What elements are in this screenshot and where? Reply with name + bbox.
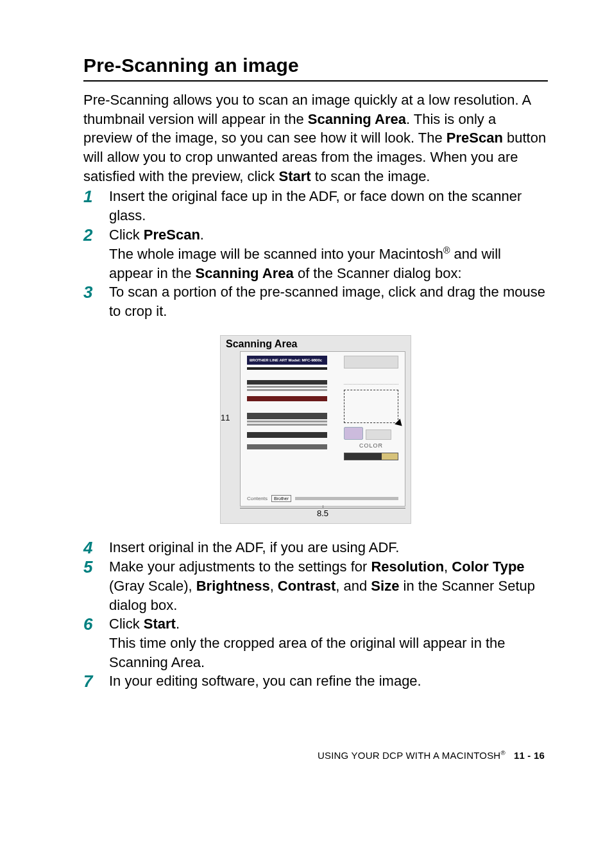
text: This time only the cropped area of the o… (109, 635, 506, 670)
step-number: 7 (83, 672, 109, 691)
satellite-icon (366, 430, 391, 440)
preview-doc-band (247, 444, 327, 449)
step-3: 3 To scan a portion of the pre-scanned i… (83, 282, 548, 320)
brightness-label: Brightness (196, 578, 270, 594)
contents-value: Brother (271, 495, 291, 502)
step-list: 1 Insert the original face up in the ADF… (83, 187, 548, 320)
y-axis-value: 11 (221, 413, 230, 422)
scanning-area-label: Scanning Area (196, 265, 294, 281)
text: Click (109, 616, 144, 632)
step-body: Make your adjustments to the settings fo… (109, 557, 548, 614)
preview-doc-band (247, 380, 327, 385)
intro-start: Start (278, 168, 310, 184)
contents-label: Contents (247, 496, 268, 501)
step-5: 5 Make your adjustments to the settings … (83, 557, 548, 614)
scanning-area-panel: Scanning Area 11 BROTHER LINE ART Model:… (220, 335, 411, 524)
preview-doc-line (247, 367, 327, 370)
step-body: Click PreScan. The whole image will be s… (109, 225, 548, 282)
preview-doc-band (247, 413, 327, 419)
text: . (176, 616, 180, 632)
contrast-label: Contrast (278, 578, 336, 594)
step-2: 2 Click PreScan. The whole image will be… (83, 225, 548, 282)
intro-paragraph: Pre-Scanning allows you to scan an image… (83, 91, 548, 186)
printer-icon (344, 427, 363, 440)
page-footer: USING YOUR DCP WITH A MACINTOSH® 11 - 16 (83, 749, 548, 761)
step-body: To scan a portion of the pre-scanned ima… (109, 282, 548, 320)
page-number: 11 - 16 (514, 750, 545, 761)
text: (Gray Scale), (109, 578, 196, 594)
size-label: Size (371, 578, 399, 594)
text: , (444, 559, 452, 575)
crop-selection[interactable] (344, 390, 398, 423)
step-body: In your editing software, you can refine… (109, 672, 548, 691)
preview-document-left: BROTHER LINE ART Model: MFC-9800c (247, 356, 327, 451)
text: , (270, 578, 278, 594)
step-list-continued: 4 Insert original in the ADF, if you are… (83, 538, 548, 691)
text: of the Scanner dialog box: (294, 265, 462, 281)
step-number: 5 (83, 557, 109, 577)
preview-doc-band (247, 432, 327, 438)
step-number: 2 (83, 225, 109, 245)
step-1: 1 Insert the original face up in the ADF… (83, 187, 548, 225)
registered-mark: ® (443, 245, 450, 256)
color-label: COLOR (344, 442, 398, 449)
section-heading: Pre-Scanning an image (83, 55, 548, 76)
preview-fax-illustration (344, 356, 398, 369)
step-7: 7 In your editing software, you can refi… (83, 672, 548, 691)
footer-chapter: USING YOUR DCP WITH A MACINTOSH (318, 750, 500, 761)
step-number: 6 (83, 614, 109, 634)
figure-wrapper: Scanning Area 11 BROTHER LINE ART Model:… (83, 335, 548, 524)
preview-canvas[interactable]: BROTHER LINE ART Model: MFC-9800c (240, 351, 405, 507)
text: The whole image will be scanned into you… (109, 246, 443, 262)
color-bars (344, 453, 398, 460)
step-body: Insert original in the ADF, if you are u… (109, 538, 548, 557)
x-axis-value: 8.5 (240, 508, 405, 518)
step-body: Click Start. This time only the cropped … (109, 614, 548, 672)
heading-rule (83, 80, 548, 82)
step-6: 6 Click Start. This time only the croppe… (83, 614, 548, 672)
step-number: 1 (83, 187, 109, 207)
start-label: Start (144, 616, 176, 632)
prescan-label: PreScan (144, 227, 200, 243)
preview-doc-heading: BROTHER LINE ART Model: MFC-9800c (247, 356, 327, 365)
intro-text: to scan the image. (311, 168, 430, 184)
scanning-area-title: Scanning Area (226, 338, 405, 350)
text: , and (336, 578, 371, 594)
preview-handwriting (344, 371, 398, 385)
step-number: 4 (83, 538, 109, 558)
preview-doc-band (247, 424, 327, 426)
registered-mark: ® (500, 749, 505, 756)
resolution-label: Resolution (371, 559, 444, 575)
color-type-label: Color Type (452, 559, 524, 575)
intro-prescan: PreScan (446, 130, 503, 146)
preview-contents-strip: Contents Brother (247, 495, 398, 502)
step-number: 3 (83, 282, 109, 302)
text: Make your adjustments to the settings fo… (109, 559, 371, 575)
preview-mini-figures (344, 427, 398, 440)
intro-scanning-area: Scanning Area (308, 111, 406, 127)
step-body: Insert the original face up in the ADF, … (109, 187, 548, 225)
preview-doc-band (247, 389, 327, 391)
text: Click (109, 227, 144, 243)
text: . (200, 227, 204, 243)
preview-doc-band (247, 386, 327, 388)
contents-bar (295, 497, 398, 500)
step-4: 4 Insert original in the ADF, if you are… (83, 538, 548, 558)
preview-doc-band (247, 421, 327, 422)
preview-doc-redband (247, 396, 327, 401)
preview-document-right: COLOR (344, 356, 398, 462)
